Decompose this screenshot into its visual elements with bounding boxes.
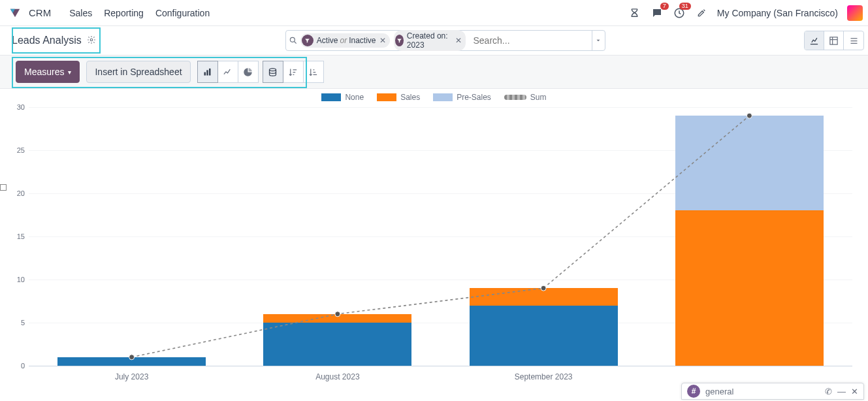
bar-segment-pre-sales[interactable] [675,116,824,210]
breadcrumb: Leads Analysis [5,31,103,50]
remove-facet-icon[interactable]: ✕ [379,36,386,45]
menu-sales[interactable]: Sales [69,8,92,18]
svg-point-4 [290,37,295,42]
measures-button[interactable]: Measures▾ [16,61,80,83]
remove-facet-icon[interactable]: ✕ [455,36,462,45]
svg-rect-6 [204,72,206,75]
y-tick: 5 [5,319,25,327]
pie-chart-button[interactable] [238,61,259,83]
messages-badge: 7 [660,3,669,10]
search-input[interactable] [470,35,592,46]
stacked-button[interactable] [263,61,283,83]
legend-none[interactable]: None [321,93,364,102]
y-tick: 20 [5,189,25,197]
filter-icon [302,35,313,46]
tools-icon[interactable] [695,7,708,20]
app-name[interactable]: CRM [29,7,51,18]
bar-chart-button[interactable] [197,61,218,83]
svg-point-3 [90,39,93,41]
bar-segment-none[interactable] [470,306,618,366]
app-logo-icon[interactable] [8,7,22,19]
y-tick: 25 [5,146,25,154]
bar-segment-sales[interactable] [675,210,824,366]
chart-type-toggles [197,61,259,83]
chart-mode-toggles [263,61,324,83]
view-pivot-button[interactable] [824,31,844,50]
view-switcher [804,31,864,50]
chevron-down-icon: ▾ [68,69,71,76]
view-list-button[interactable] [844,31,863,50]
insert-spreadsheet-button[interactable]: Insert in Spreadsheet [86,61,190,83]
view-graph-button[interactable] [805,31,824,50]
svg-rect-5 [830,37,837,44]
gridline [29,366,852,366]
y-tick: 0 [5,362,25,370]
top-nav: CRM Sales Reporting Configuration 7 31 M… [0,0,868,26]
svg-point-9 [270,68,276,71]
search-bar[interactable]: Active or Inactive ✕ Created on: 2023 ✕ [285,30,605,51]
chart-toolbar: Measures▾ Insert in Spreadsheet [0,55,868,89]
x-label: August 2023 [315,372,359,381]
phone-icon[interactable]: ✆ [825,387,832,396]
x-label: July 2023 [115,372,148,381]
line-chart-button[interactable] [217,61,238,83]
svg-rect-7 [206,70,208,75]
y-tick: 15 [5,233,25,240]
bar-segment-none[interactable] [263,323,411,366]
legend-sum[interactable]: Sum [504,93,547,102]
avatar[interactable] [847,5,863,21]
y-tick: 10 [5,276,25,283]
chat-channel-name: general [705,387,820,396]
filter-facet-status[interactable]: Active or Inactive ✕ [300,33,390,48]
chart: None Sales Pre-Sales Sum 051015202530 Ju… [5,89,863,385]
hash-icon: # [687,385,700,398]
svg-rect-8 [209,68,211,75]
close-icon[interactable]: ✕ [851,387,858,396]
gear-icon[interactable] [87,35,96,46]
y-tick: 30 [5,103,25,111]
bar-segment-sales[interactable] [470,288,618,305]
activities-badge: 31 [679,3,691,10]
sort-asc-button[interactable] [303,61,324,83]
company-selector[interactable]: My Company (San Francisco) [717,8,838,18]
menu-configuration[interactable]: Configuration [155,8,210,18]
side-marker-icon [0,184,7,191]
search-icon [286,36,300,45]
minimize-icon[interactable]: — [837,387,846,396]
gridline [29,107,852,108]
search-dropdown-toggle[interactable] [592,31,605,50]
filter-icon [395,35,404,46]
page-title: Leads Analysis [12,35,82,46]
activities-icon[interactable]: 31 [673,7,686,20]
control-row: Leads Analysis Active or Inactive ✕ Crea… [0,26,868,55]
bar-segment-sales[interactable] [263,314,411,323]
messages-icon[interactable]: 7 [651,7,664,20]
chart-legend: None Sales Pre-Sales Sum [5,93,863,102]
chat-widget[interactable]: # general ✆ — ✕ [681,383,864,400]
x-label: September 2023 [515,372,573,381]
legend-sales[interactable]: Sales [377,93,420,102]
phone-icon[interactable] [628,7,641,20]
menu-reporting[interactable]: Reporting [104,8,144,18]
bar-segment-none[interactable] [57,357,206,366]
legend-presales[interactable]: Pre-Sales [433,93,491,102]
sort-desc-button[interactable] [283,61,304,83]
filter-facet-created[interactable]: Created on: 2023 ✕ [394,30,466,51]
